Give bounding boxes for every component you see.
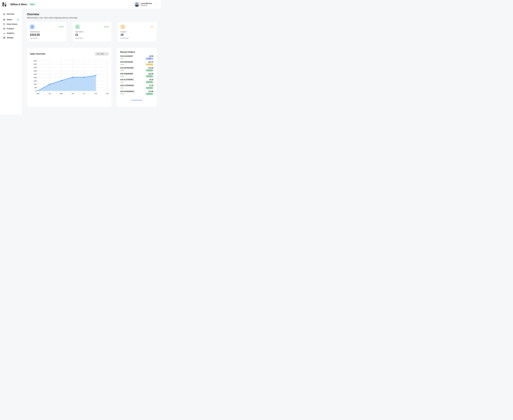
order-row[interactable]: #HS-3AU422H67 £6.50 1 item New (120, 55, 153, 60)
chevron-down-icon (106, 53, 107, 55)
x-axis-tick: Tue (48, 93, 51, 94)
sidebar-item-label: Analytics (7, 32, 14, 34)
order-status-badge: Delivered (145, 87, 153, 89)
y-axis-tick: £250 (34, 73, 37, 75)
user-menu[interactable]: Lucia Moreno Merchant (135, 2, 157, 7)
orders-count-badge: 5 (17, 19, 19, 21)
recent-orders-title: Recent Orders (120, 51, 153, 53)
home-icon (3, 13, 5, 15)
sidebar-item-order-history[interactable]: Order history (0, 22, 22, 26)
clock-icon (3, 23, 5, 25)
sidebar-item-products[interactable]: Products (0, 27, 22, 30)
y-axis-tick: £500 (34, 60, 37, 62)
y-axis-tick: £150 (34, 80, 37, 82)
x-axis-tick: Wed (60, 93, 63, 94)
order-items-count: 2 items (120, 70, 124, 71)
order-status-badge: Delivered (145, 75, 153, 77)
order-items-count: 2 items (120, 93, 124, 95)
sidebar: OverviewOrders5Order historyProductsAnal… (0, 9, 22, 114)
user-role: Merchant (141, 5, 152, 7)
page-subtitle: Welcome back, Lucia. Here’s what’s happe… (27, 17, 157, 19)
stat-card-total-revenue: £ +12.59% Total Revenue £515.50 Last 30 … (27, 22, 66, 42)
order-amount: £13.99 (148, 90, 153, 92)
stat-label: Products (121, 31, 154, 33)
x-axis-tick: Fri (84, 93, 85, 94)
stat-label: Total Orders (75, 31, 109, 33)
order-status-badge: New (145, 58, 153, 60)
stat-delta: +12.59% (58, 26, 63, 28)
y-axis-tick: £350 (34, 67, 37, 68)
stat-subtext: Last 30 days (75, 37, 109, 39)
store-status-badge: Open (29, 3, 36, 6)
stat-label: Total Revenue (30, 31, 63, 33)
orders-icon (3, 19, 5, 21)
order-row[interactable]: #HS-SD3H81205 £21.75 2 items Processing (120, 61, 153, 66)
sidebar-item-label: Orders (7, 19, 12, 21)
order-items-count: 1 item (120, 87, 124, 89)
cube-icon (121, 24, 125, 29)
sidebar-item-overview[interactable]: Overview (0, 12, 22, 16)
top-header: Willow & Wren Open Lucia Moreno Merchant (0, 0, 161, 9)
order-row[interactable]: #HS-C1PDWD024 £7.55 1 item Delivered (120, 85, 153, 89)
order-status-badge: Processing (145, 63, 153, 66)
order-amount: £10.50 (148, 67, 153, 69)
view-all-orders-link[interactable]: View all orders (120, 99, 153, 101)
stat-delta: +12.59% (104, 26, 109, 28)
sidebar-item-analytics[interactable]: Analytics (0, 31, 22, 35)
chart-point (38, 90, 38, 91)
date-range-value: Last 7 days (97, 53, 104, 55)
x-axis-tick: Sun (106, 93, 109, 94)
order-items-count: 3 items (120, 75, 124, 77)
y-axis-tick: £100 (34, 83, 37, 85)
bar-chart-icon (3, 32, 5, 34)
stat-value: £515.50 (30, 33, 63, 36)
stat-value: 18 (121, 33, 154, 36)
sidebar-item-orders[interactable]: Orders5 (0, 18, 22, 21)
order-items-count: 1 item (120, 58, 124, 59)
stat-subtext: 114 total units (121, 37, 154, 39)
order-amount: £21.75 (148, 61, 153, 63)
sales-chart: £500£400£350£300£250£200£150£100£50£0Mon… (30, 60, 109, 96)
order-id: #HS-05M2WIWI9 (120, 73, 133, 75)
sidebar-item-label: Overview (7, 13, 14, 15)
order-id: #HS-ALNT8IDW2 (120, 79, 133, 81)
stat-value: 21 (75, 33, 109, 36)
sidebar-item-label: Order history (7, 23, 17, 25)
stats-row: £ +12.59% Total Revenue £515.50 Last 30 … (27, 22, 157, 42)
order-id: #HS-3AU422H67 (120, 55, 133, 57)
main-content: Overview Welcome back, Lucia. Here’s wha… (22, 9, 161, 114)
header-divider (8, 3, 8, 6)
y-axis-tick: £0 (35, 90, 37, 92)
chart-point (84, 77, 85, 78)
stat-card-products: Stock Products 18 114 total units (117, 22, 157, 42)
y-axis-tick: £400 (34, 63, 37, 65)
order-row[interactable]: #HS-ALNT8IDW2 £9.25 1 item Delivered (120, 79, 153, 83)
sidebar-item-settings[interactable]: Settings (0, 36, 22, 39)
chart-point (61, 80, 62, 81)
order-id: #HS-SD3H81205 (120, 61, 133, 63)
store-name: Willow & Wren (10, 3, 27, 6)
chevron-down-icon[interactable] (155, 3, 157, 5)
order-id: #HS-FAHHQWD32 (120, 90, 134, 92)
stat-delta: Stock (150, 26, 154, 28)
order-id: #HS-44TRIE2HDF (120, 67, 134, 69)
order-row[interactable]: #HS-05M2WIWI9 £22.00 3 items Delivered (120, 73, 153, 77)
page-title: Overview (27, 13, 157, 16)
order-status-badge: Delivered (145, 81, 153, 83)
avatar[interactable] (135, 2, 139, 7)
sidebar-item-label: Products (7, 28, 14, 30)
chart-point (72, 77, 73, 78)
date-range-select[interactable]: Last 7 days (95, 52, 109, 55)
y-axis-tick: £200 (34, 77, 37, 78)
order-row[interactable]: #HS-44TRIE2HDF £10.50 2 items Delivered (120, 67, 153, 72)
order-amount: £7.55 (149, 85, 153, 86)
sidebar-item-label: Settings (7, 37, 14, 39)
stat-card-total-orders: +12.59% Total Orders 21 Last 30 days (72, 22, 112, 42)
x-axis-tick: Mon (37, 93, 40, 94)
sales-overview-title: Sales Overview (30, 52, 45, 55)
order-row[interactable]: #HS-FAHHQWD32 £13.99 2 items Delivered (120, 90, 153, 95)
order-id: #HS-C1PDWD024 (120, 85, 134, 86)
y-axis-tick: £50 (34, 87, 37, 88)
stat-subtext: Last 30 days (30, 37, 63, 39)
svg-text:£: £ (32, 26, 33, 28)
